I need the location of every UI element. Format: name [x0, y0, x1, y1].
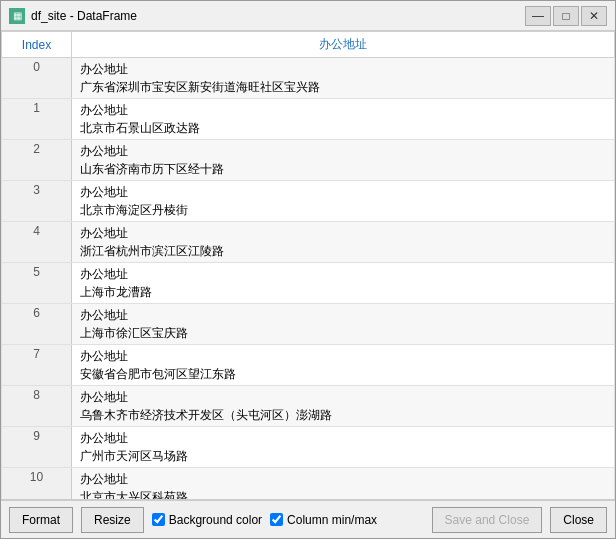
cell-line: 办公地址 — [80, 142, 606, 160]
cell-line: 办公地址 — [80, 265, 606, 283]
resize-button[interactable]: Resize — [81, 507, 144, 533]
window-title: df_site - DataFrame — [31, 9, 137, 23]
index-cell: 10 — [2, 468, 72, 501]
cell-line: 办公地址 — [80, 388, 606, 406]
dataframe-table: Index 办公地址 0办公地址广东省深圳市宝安区新安街道海旺社区宝兴路1办公地… — [1, 31, 615, 500]
data-cell: 办公地址浙江省杭州市滨江区江陵路 — [72, 222, 615, 263]
index-cell: 2 — [2, 140, 72, 181]
title-bar-controls: — □ ✕ — [525, 6, 607, 26]
table-row: 3办公地址北京市海淀区丹棱街 — [2, 181, 615, 222]
close-button[interactable]: Close — [550, 507, 607, 533]
cell-line: 办公地址 — [80, 224, 606, 242]
cell-line: 办公地址 — [80, 470, 606, 488]
index-cell: 3 — [2, 181, 72, 222]
cell-line: 山东省济南市历下区经十路 — [80, 160, 606, 178]
data-cell: 办公地址上海市龙漕路 — [72, 263, 615, 304]
index-cell: 5 — [2, 263, 72, 304]
footer: Format Resize Background color Column mi… — [1, 500, 615, 538]
close-window-button[interactable]: ✕ — [581, 6, 607, 26]
col-minmax-check-label[interactable]: Column min/max — [270, 513, 377, 527]
data-cell: 办公地址北京市海淀区丹棱街 — [72, 181, 615, 222]
table-row: 8办公地址乌鲁木齐市经济技术开发区（头屯河区）澎湖路 — [2, 386, 615, 427]
cell-line: 办公地址 — [80, 183, 606, 201]
table-container[interactable]: Index 办公地址 0办公地址广东省深圳市宝安区新安街道海旺社区宝兴路1办公地… — [1, 31, 615, 500]
maximize-button[interactable]: □ — [553, 6, 579, 26]
title-bar: ▦ df_site - DataFrame — □ ✕ — [1, 1, 615, 31]
data-cell: 办公地址上海市徐汇区宝庆路 — [72, 304, 615, 345]
table-row: 9办公地址广州市天河区马场路 — [2, 427, 615, 468]
index-cell: 0 — [2, 58, 72, 99]
bg-color-check-label[interactable]: Background color — [152, 513, 262, 527]
table-row: 0办公地址广东省深圳市宝安区新安街道海旺社区宝兴路 — [2, 58, 615, 99]
table-row: 7办公地址安徽省合肥市包河区望江东路 — [2, 345, 615, 386]
bg-color-checkbox[interactable] — [152, 513, 165, 526]
col-minmax-label: Column min/max — [287, 513, 377, 527]
table-row: 1办公地址北京市石景山区政达路 — [2, 99, 615, 140]
bg-color-label: Background color — [169, 513, 262, 527]
index-cell: 6 — [2, 304, 72, 345]
cell-line: 办公地址 — [80, 347, 606, 365]
cell-line: 办公地址 — [80, 101, 606, 119]
table-body: 0办公地址广东省深圳市宝安区新安街道海旺社区宝兴路1办公地址北京市石景山区政达路… — [2, 58, 615, 501]
cell-line: 上海市徐汇区宝庆路 — [80, 324, 606, 342]
title-bar-left: ▦ df_site - DataFrame — [9, 8, 137, 24]
table-header-row: Index 办公地址 — [2, 32, 615, 58]
cell-line: 上海市龙漕路 — [80, 283, 606, 301]
index-cell: 7 — [2, 345, 72, 386]
data-cell: 办公地址山东省济南市历下区经十路 — [72, 140, 615, 181]
cell-line: 浙江省杭州市滨江区江陵路 — [80, 242, 606, 260]
cell-line: 办公地址 — [80, 60, 606, 78]
cell-line: 安徽省合肥市包河区望江东路 — [80, 365, 606, 383]
col-header-data: 办公地址 — [72, 32, 615, 58]
index-cell: 1 — [2, 99, 72, 140]
cell-line: 广东省深圳市宝安区新安街道海旺社区宝兴路 — [80, 78, 606, 96]
cell-line: 办公地址 — [80, 306, 606, 324]
table-row: 2办公地址山东省济南市历下区经十路 — [2, 140, 615, 181]
minimize-button[interactable]: — — [525, 6, 551, 26]
data-cell: 办公地址北京市大兴区科苑路 — [72, 468, 615, 501]
save-close-button[interactable]: Save and Close — [432, 507, 543, 533]
dataframe-window: ▦ df_site - DataFrame — □ ✕ Index 办公地址 0… — [0, 0, 616, 539]
cell-line: 乌鲁木齐市经济技术开发区（头屯河区）澎湖路 — [80, 406, 606, 424]
data-cell: 办公地址广州市天河区马场路 — [72, 427, 615, 468]
cell-line: 北京市海淀区丹棱街 — [80, 201, 606, 219]
index-cell: 9 — [2, 427, 72, 468]
data-cell: 办公地址安徽省合肥市包河区望江东路 — [72, 345, 615, 386]
table-row: 4办公地址浙江省杭州市滨江区江陵路 — [2, 222, 615, 263]
col-minmax-checkbox[interactable] — [270, 513, 283, 526]
table-row: 5办公地址上海市龙漕路 — [2, 263, 615, 304]
table-row: 6办公地址上海市徐汇区宝庆路 — [2, 304, 615, 345]
data-cell: 办公地址北京市石景山区政达路 — [72, 99, 615, 140]
table-row: 10办公地址北京市大兴区科苑路 — [2, 468, 615, 501]
cell-line: 北京市大兴区科苑路 — [80, 488, 606, 500]
col-header-index: Index — [2, 32, 72, 58]
format-button[interactable]: Format — [9, 507, 73, 533]
window-icon: ▦ — [9, 8, 25, 24]
data-cell: 办公地址乌鲁木齐市经济技术开发区（头屯河区）澎湖路 — [72, 386, 615, 427]
index-cell: 8 — [2, 386, 72, 427]
data-cell: 办公地址广东省深圳市宝安区新安街道海旺社区宝兴路 — [72, 58, 615, 99]
index-cell: 4 — [2, 222, 72, 263]
cell-line: 广州市天河区马场路 — [80, 447, 606, 465]
cell-line: 北京市石景山区政达路 — [80, 119, 606, 137]
cell-line: 办公地址 — [80, 429, 606, 447]
